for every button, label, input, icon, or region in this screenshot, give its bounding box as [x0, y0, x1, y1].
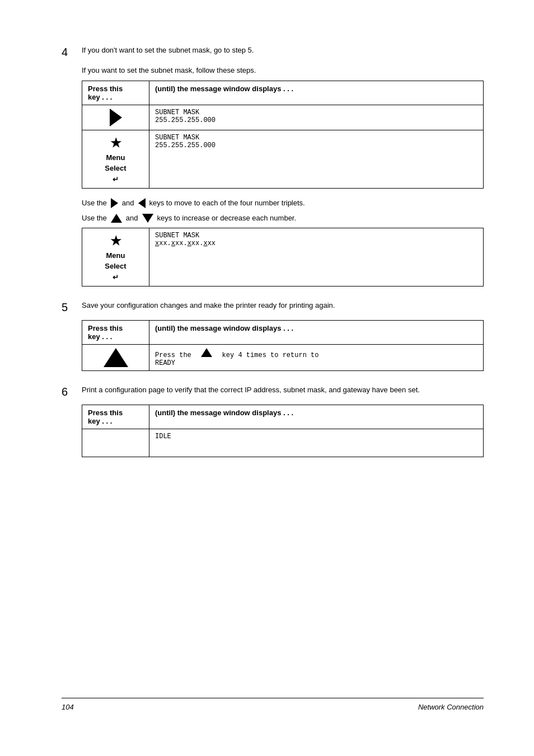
step5-col2-header: (until) the message window displays . . …: [149, 321, 484, 345]
key-menu-select-cell-2: ★ Menu Select ↵: [82, 228, 149, 287]
step6-col2-header: (until) the message window displays . . …: [149, 405, 484, 429]
table-row: ★ Menu Select ↵ SUBNET MASKxxx.xxx.xxx.x…: [82, 228, 484, 287]
table1-col1-header: Press thiskey . . .: [82, 81, 149, 105]
step-4-text: If you don't want to set the subnet mask…: [82, 45, 254, 56]
step-6-table: Press thiskey . . . (until) the message …: [82, 405, 484, 457]
key-menu-select-cell-1: ★ Menu Select ↵: [82, 130, 149, 189]
msg-cell-5: IDLE: [149, 429, 484, 457]
step-6-heading: 6 Print a configuration page to verify t…: [62, 384, 484, 399]
menu-select-icon-1: ★ Menu Select ↵: [88, 134, 143, 185]
table-row: SUBNET MASK255.255.255.000: [82, 105, 484, 130]
star-symbol-2: ★: [88, 232, 143, 250]
key-empty-cell: [82, 429, 149, 457]
step-5-text: Save your configuration changes and make…: [82, 300, 335, 311]
page-footer: 104 Network Connection: [62, 698, 484, 711]
triangle-down-inline-icon: [142, 214, 153, 223]
enter-symbol: ↵: [88, 174, 143, 185]
star-symbol: ★: [88, 134, 143, 152]
footer-page-number: 104: [62, 703, 74, 711]
step6-col1-header: Press thiskey . . .: [82, 405, 149, 429]
triangle-up-inline-icon2: [201, 348, 212, 357]
step-5-block: 5 Save your configuration changes and ma…: [62, 300, 484, 371]
select-label: Select: [88, 163, 143, 174]
use-keys-line2-text1: Use the: [82, 213, 107, 224]
page: 4 If you don't want to set the subnet ma…: [0, 0, 534, 756]
use-keys-and1: and: [122, 198, 134, 209]
use-keys-line1-text1: Use the: [82, 198, 107, 209]
table-row: IDLE: [82, 429, 484, 457]
step-5-number: 5: [62, 300, 78, 314]
table1-col2-header: (until) the message window displays . . …: [149, 81, 484, 105]
use-keys-line2-text2: keys to increase or decrease each number…: [157, 213, 297, 224]
triangle-right-icon: [110, 109, 122, 126]
use-keys-line2: Use the and keys to increase or decrease…: [82, 213, 484, 224]
step-4-table1: Press thiskey . . . (until) the message …: [82, 81, 484, 189]
msg-cell-2: SUBNET MASK255.255.255.000: [149, 130, 484, 189]
step-5-heading: 5 Save your configuration changes and ma…: [62, 300, 484, 314]
table-row: Press the key 4 times to return to READY: [82, 345, 484, 371]
step5-col1-header: Press thiskey . . .: [82, 321, 149, 345]
table-row: ★ Menu Select ↵ SUBNET MASK255.255.255.0…: [82, 130, 484, 189]
msg-cell-1: SUBNET MASK255.255.255.000: [149, 105, 484, 130]
key-triangle-right-cell: [82, 105, 149, 130]
step-4-heading: 4 If you don't want to set the subnet ma…: [62, 45, 484, 59]
menu-label-2: Menu: [88, 250, 143, 261]
step-4-subtext: If you want to set the subnet mask, foll…: [82, 65, 484, 76]
triangle-right-inline-icon: [111, 198, 118, 208]
step-4-table2: ★ Menu Select ↵ SUBNET MASKxxx.xxx.xxx.x…: [82, 228, 484, 287]
step-6-number: 6: [62, 384, 78, 399]
use-keys-line1: Use the and keys to move to each of the …: [82, 198, 484, 209]
use-keys-line1-text2: keys to move to each of the four number …: [149, 198, 305, 209]
msg-cell-3: SUBNET MASKxxx.xxx.xxx.xxx: [149, 228, 484, 287]
key-triangle-up-cell: [82, 345, 149, 371]
step-6-text: Print a configuration page to verify tha…: [82, 384, 420, 396]
msg-cell-4: Press the key 4 times to return to READY: [149, 345, 484, 371]
footer-title: Network Connection: [418, 703, 484, 711]
menu-label: Menu: [88, 152, 143, 163]
triangle-left-inline-icon: [138, 198, 146, 208]
step-6-block: 6 Print a configuration page to verify t…: [62, 384, 484, 457]
select-label-2: Select: [88, 261, 143, 272]
step-5-table: Press thiskey . . . (until) the message …: [82, 320, 484, 371]
enter-symbol-2: ↵: [88, 272, 143, 283]
use-keys-and2: and: [126, 213, 138, 224]
triangle-up-large-icon: [104, 348, 128, 367]
step-4-block: 4 If you don't want to set the subnet ma…: [62, 45, 484, 287]
menu-select-icon-2: ★ Menu Select ↵: [88, 232, 143, 283]
triangle-up-inline-icon: [111, 214, 122, 223]
step-4-number: 4: [62, 45, 78, 59]
